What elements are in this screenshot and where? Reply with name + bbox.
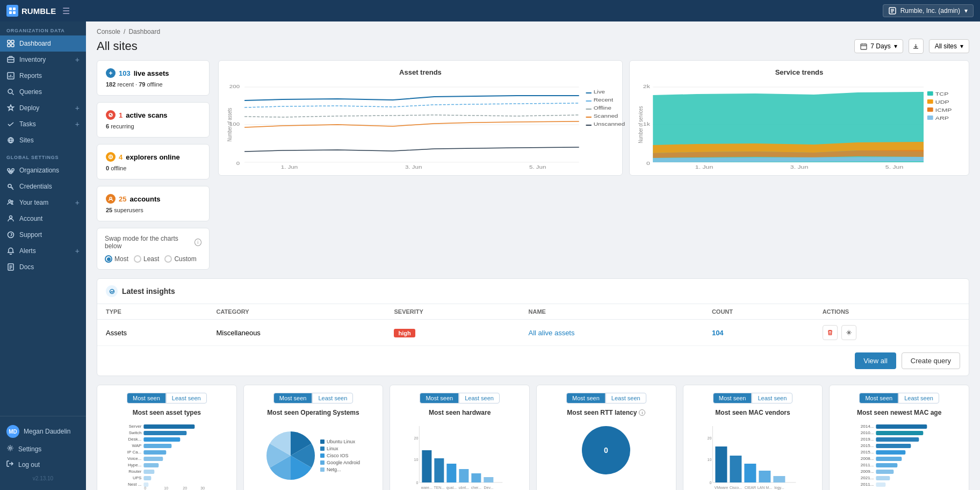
sites-chevron: ▾ bbox=[960, 42, 963, 50]
recurring-count: 6 bbox=[106, 123, 109, 129]
svg-text:2015...: 2015... bbox=[861, 443, 874, 448]
delete-action-button[interactable] bbox=[823, 325, 838, 340]
stat-accounts: 25 accounts 25 superusers bbox=[97, 186, 210, 221]
radio-custom[interactable]: Custom bbox=[164, 255, 196, 263]
svg-rect-39 bbox=[586, 100, 592, 102]
svg-rect-80 bbox=[143, 450, 166, 455]
svg-rect-13 bbox=[8, 169, 10, 171]
sidebar-item-queries[interactable]: Queries bbox=[0, 84, 86, 100]
inventory-plus-icon[interactable]: + bbox=[75, 55, 80, 64]
sidebar-item-tasks[interactable]: Tasks + bbox=[0, 116, 86, 132]
sidebar-item-dashboard[interactable]: Dashboard bbox=[0, 35, 86, 52]
svg-rect-102 bbox=[484, 477, 494, 482]
hardware-card: Most seen Least seen Most seen hardware bbox=[390, 385, 530, 490]
deploy-plus-icon[interactable]: + bbox=[75, 104, 80, 112]
svg-text:Dev...: Dev... bbox=[484, 486, 494, 489]
sidebar-item-your-team[interactable]: Your team + bbox=[0, 194, 86, 211]
sidebar-item-docs[interactable]: Docs bbox=[0, 259, 86, 275]
date-range-picker[interactable]: 7 Days ▾ bbox=[854, 39, 903, 53]
svg-text:Desk...: Desk... bbox=[128, 437, 141, 442]
sidebar-item-sites[interactable]: Sites bbox=[0, 132, 86, 148]
asset-types-least-tab[interactable]: Least seen bbox=[166, 393, 207, 403]
insights-title: Latest insights bbox=[122, 287, 175, 296]
asset-types-tabs: Most seen Least seen bbox=[104, 393, 230, 403]
mac-age-least-tab[interactable]: Least seen bbox=[898, 393, 939, 403]
svg-rect-117 bbox=[730, 456, 741, 482]
active-scans-sub: 6 recurring bbox=[106, 123, 200, 129]
your-team-plus-icon[interactable]: + bbox=[75, 198, 80, 207]
logout-item[interactable]: Log out bbox=[6, 457, 80, 472]
svg-rect-134 bbox=[876, 437, 919, 442]
chart-row: Asset trends 200 100 0 Number of assets bbox=[218, 60, 969, 176]
hamburger-icon[interactable]: ☰ bbox=[62, 6, 70, 16]
sites-selector[interactable]: All sites ▾ bbox=[929, 39, 969, 53]
credentials-icon bbox=[6, 182, 15, 191]
os-least-tab[interactable]: Least seen bbox=[312, 393, 353, 403]
svg-text:0: 0 bbox=[709, 481, 711, 485]
os-most-tab[interactable]: Most seen bbox=[273, 393, 313, 403]
info-icon: i bbox=[194, 239, 201, 246]
sidebar-item-support[interactable]: Support bbox=[0, 227, 86, 243]
rtt-most-tab[interactable]: Most seen bbox=[566, 393, 606, 403]
svg-rect-7 bbox=[8, 44, 10, 47]
asset-types-most-tab[interactable]: Most seen bbox=[127, 393, 166, 403]
sidebar-label-account: Account bbox=[19, 215, 42, 222]
rtt-least-tab[interactable]: Least seen bbox=[606, 393, 646, 403]
queries-icon bbox=[6, 88, 15, 96]
sidebar-item-inventory[interactable]: Inventory + bbox=[0, 52, 86, 68]
row-name-link[interactable]: All alive assets bbox=[529, 329, 575, 337]
export-button[interactable] bbox=[909, 39, 924, 54]
accounts-label: accounts bbox=[129, 195, 160, 203]
svg-rect-88 bbox=[143, 476, 151, 480]
user-row[interactable]: MD Megan Daudelin bbox=[6, 422, 80, 441]
svg-rect-100 bbox=[459, 469, 469, 482]
radio-least[interactable]: Least bbox=[134, 255, 159, 263]
hardware-least-tab[interactable]: Least seen bbox=[459, 393, 500, 403]
sidebar-item-alerts[interactable]: Alerts + bbox=[0, 243, 86, 259]
sidebar-item-deploy[interactable]: Deploy + bbox=[0, 100, 86, 116]
date-range-chevron: ▾ bbox=[894, 42, 897, 50]
user-name: Megan Daudelin bbox=[24, 428, 70, 435]
svg-rect-78 bbox=[143, 444, 171, 448]
breadcrumb-parent[interactable]: Console bbox=[97, 28, 120, 35]
sidebar-label-organizations: Organizations bbox=[19, 167, 59, 174]
recent-count: 182 bbox=[106, 81, 116, 88]
svg-rect-118 bbox=[744, 464, 756, 482]
mac-vendors-most-tab[interactable]: Most seen bbox=[713, 393, 752, 403]
svg-rect-119 bbox=[759, 471, 770, 482]
alerts-plus-icon[interactable]: + bbox=[75, 247, 80, 255]
global-settings-label: GLOBAL SETTINGS bbox=[0, 148, 86, 162]
radio-most[interactable]: Most bbox=[105, 255, 128, 263]
svg-text:qual...: qual... bbox=[446, 486, 457, 490]
explorers-label: explorers online bbox=[126, 153, 179, 161]
radio-custom-circle bbox=[164, 255, 172, 263]
svg-rect-41 bbox=[586, 109, 592, 110]
bottom-charts: Most seen Least seen Most seen asset typ… bbox=[86, 385, 980, 490]
hardware-most-tab[interactable]: Most seen bbox=[420, 393, 459, 403]
settings-item[interactable]: Settings bbox=[6, 441, 80, 457]
org-selector[interactable]: Rumble, Inc. (admin) ▾ bbox=[883, 4, 974, 17]
svg-text:Nest ...: Nest ... bbox=[128, 482, 141, 487]
svg-text:20: 20 bbox=[414, 436, 419, 440]
sidebar-item-reports[interactable]: Reports bbox=[0, 68, 86, 84]
mac-age-card: Most seen Least seen Most seen newest MA… bbox=[829, 385, 969, 490]
view-all-button[interactable]: View all bbox=[855, 352, 896, 369]
sidebar-item-credentials[interactable]: Credentials bbox=[0, 178, 86, 194]
mac-vendors-least-tab[interactable]: Least seen bbox=[752, 393, 792, 403]
svg-text:Voice...: Voice... bbox=[127, 456, 141, 461]
settings-action-button[interactable] bbox=[841, 325, 856, 340]
tasks-plus-icon[interactable]: + bbox=[75, 120, 80, 128]
svg-text:ware...: ware... bbox=[421, 486, 433, 489]
create-query-button[interactable]: Create query bbox=[902, 352, 960, 369]
sidebar-item-organizations[interactable]: Organizations bbox=[0, 162, 86, 178]
svg-text:5. Jun: 5. Jun bbox=[529, 164, 546, 170]
svg-rect-3 bbox=[13, 11, 16, 14]
mac-age-most-tab[interactable]: Most seen bbox=[859, 393, 898, 403]
service-trends-title: Service trends bbox=[638, 68, 960, 76]
svg-text:cher...: cher... bbox=[471, 486, 481, 489]
svg-text:10: 10 bbox=[414, 458, 419, 462]
svg-text:IP Ca...: IP Ca... bbox=[127, 450, 142, 455]
sidebar-item-account[interactable]: Account bbox=[0, 211, 86, 227]
stat-explorers: 4 explorers online 0 offline bbox=[97, 144, 210, 179]
sidebar-label-tasks: Tasks bbox=[19, 120, 36, 128]
